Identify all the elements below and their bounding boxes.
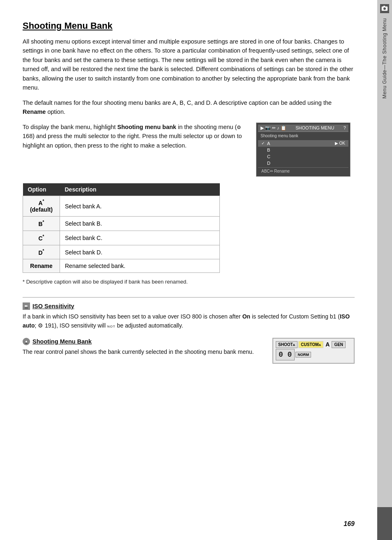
table-cell-option-c: C* <box>23 231 60 245</box>
page-wrapper: Shooting Menu Bank All shooting menu opt… <box>0 0 392 540</box>
ctrl-top-row: SHOOTA CUSTOMA A GEN <box>276 341 346 348</box>
table-cell-desc-a: Select bank A. <box>60 196 220 217</box>
options-table: Option Description A* (default) Select b… <box>23 183 220 273</box>
sidebar-label: Menu Guide—The Shooting Menu <box>382 18 387 99</box>
sidebar-dark-bar <box>377 507 392 540</box>
shooting-menu-bank-bold: Shooting menu bank <box>118 124 176 130</box>
gear-icon-2: ⚙ <box>38 322 43 329</box>
table-header-description: Description <box>60 183 220 196</box>
sidebar: Menu Guide—The Shooting Menu <box>377 0 392 540</box>
ms-rename-row: ABC✏ Rename <box>258 167 348 175</box>
page-number: 169 <box>344 520 355 528</box>
ms-header-icon: ? <box>344 125 346 130</box>
iso-auto-bold: ISO auto <box>23 313 350 329</box>
table-footnote: * Descriptive caption will also be displ… <box>23 279 355 285</box>
svg-point-1 <box>383 7 386 10</box>
smb-text: The rear control panel shows the bank cu… <box>23 348 264 357</box>
table-cell-option-a: A* (default) <box>23 196 60 217</box>
iso-title-text: ISO Sensitivity <box>32 303 74 309</box>
ms-icons: ▶ 📷 ✏ ♪ 📋 <box>261 125 286 131</box>
ms-label-c: C <box>267 154 345 159</box>
control-panel-image: SHOOTA CUSTOMA A GEN 0 0 NORM <box>272 338 355 364</box>
ctrl-display: 0 0 <box>276 349 295 360</box>
table-cell-option-rename: Rename <box>23 259 60 273</box>
table-row: B* Select bank B. <box>23 217 220 231</box>
ms-arrow-a: ▶ OK <box>335 141 345 145</box>
ms-rename-label: ABC✏ Rename <box>261 169 290 173</box>
display-page-ref: 168) and press the multi selector to the… <box>23 133 242 148</box>
ctrl-letter-a: A <box>324 341 331 348</box>
ctrl-norm: NORM <box>295 352 311 358</box>
table-header-option: Option <box>23 183 60 196</box>
smb-section: ● Shooting Menu Bank The rear control pa… <box>23 338 355 364</box>
table-cell-desc-b: Select bank B. <box>60 217 220 231</box>
ctrl-bottom-row: 0 0 NORM <box>276 349 346 360</box>
gear-icon: ⚙ <box>237 125 241 130</box>
table-row: D* Select bank D. <box>23 245 220 259</box>
ms-row-d: D <box>258 160 348 166</box>
not-text: not <box>107 323 115 329</box>
sidebar-icon <box>380 4 389 13</box>
table-cell-desc-rename: Rename selected bank. <box>60 259 220 273</box>
ctrl-left: SHOOTA CUSTOMA A GEN 0 0 NORM <box>276 341 346 360</box>
ms-subtitle: Shooting menu bank <box>258 133 348 139</box>
display-para-1: To display the bank menu, highlight <box>23 124 118 130</box>
two-col-section: To display the bank menu, highlight Shoo… <box>23 122 355 177</box>
ms-header: ▶ 📷 ✏ ♪ 📋 SHOOTING MENU ? <box>258 125 348 132</box>
pencil-icon: ✏ <box>23 302 30 310</box>
ctrl-small-right: NORM <box>295 352 311 358</box>
ctrl-gen: GEN <box>332 341 346 348</box>
iso-text: If a bank in which ISO sensitivity has b… <box>23 312 355 330</box>
ms-row-b: B <box>258 147 348 153</box>
iso-section: ✏ ISO Sensitivity If a bank in which ISO… <box>23 302 355 330</box>
main-content: Shooting Menu Bank All shooting menu opt… <box>0 0 377 540</box>
page-title: Shooting Menu Bank <box>23 21 355 31</box>
table-row: C* Select bank C. <box>23 231 220 245</box>
ctrl-panel: SHOOTA CUSTOMA A GEN 0 0 NORM <box>272 338 355 364</box>
ctrl-customa: CUSTOMA <box>298 341 323 348</box>
ms-check-a: ✓ <box>261 141 267 145</box>
ms-label-b: B <box>267 148 345 152</box>
option-a-label: A* <box>38 200 44 206</box>
display-para-2: in the shooting menu ( <box>176 124 237 130</box>
option-a-default: (default) <box>30 206 53 213</box>
display-instructions: To display the bank menu, highlight Shoo… <box>23 122 248 150</box>
table-row: Rename Rename selected bank. <box>23 259 220 273</box>
ctrl-shoota: SHOOTA <box>276 341 297 348</box>
camera-icon <box>381 5 388 12</box>
table-cell-desc-c: Select bank C. <box>60 231 220 245</box>
menu-screenshot-container: ▶ 📷 ✏ ♪ 📋 SHOOTING MENU ? Shooting menu … <box>256 122 355 177</box>
menu-screenshot: ▶ 📷 ✏ ♪ 📋 SHOOTING MENU ? Shooting menu … <box>256 122 350 177</box>
rename-bold: Rename <box>23 108 46 115</box>
ms-row-a: ✓ A ▶ OK <box>258 140 348 147</box>
intro-paragraph: All shooting menu options except interva… <box>23 37 355 92</box>
default-names-paragraph: The default names for the four shooting … <box>23 98 355 117</box>
ctrl-display-val: 0 0 <box>279 351 292 359</box>
smb-title-text: Shooting Menu Bank <box>32 338 92 345</box>
section-divider <box>23 297 355 298</box>
circle-icon: ● <box>23 338 30 345</box>
table-cell-option-b: B* <box>23 217 60 231</box>
ms-row-c: C <box>258 153 348 160</box>
table-row: A* (default) Select bank A. <box>23 196 220 217</box>
ms-label-a: A <box>267 141 335 146</box>
ms-label-d: D <box>267 161 345 166</box>
smb-text-col: ● Shooting Menu Bank The rear control pa… <box>23 338 264 357</box>
svg-rect-2 <box>383 6 385 7</box>
on-bold: On <box>242 313 250 320</box>
ms-header-title: SHOOTING MENU <box>295 125 334 130</box>
table-cell-desc-d: Select bank D. <box>60 245 220 259</box>
iso-title: ✏ ISO Sensitivity <box>23 302 355 310</box>
smb-title: ● Shooting Menu Bank <box>23 338 264 345</box>
default-names-text: The default names for the four shooting … <box>23 99 332 106</box>
table-cell-option-d: D* <box>23 245 60 259</box>
default-names-end: option. <box>46 108 65 115</box>
